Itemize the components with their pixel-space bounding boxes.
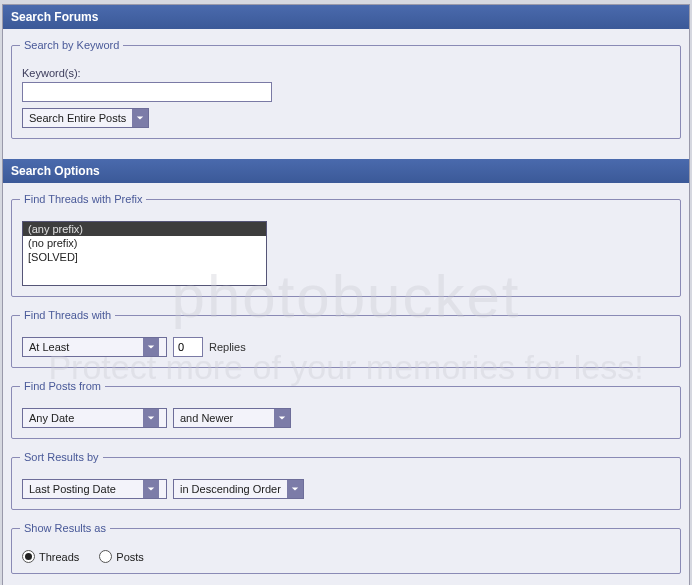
find-threads-prefix-fieldset: Find Threads with Prefix (any prefix)(no…: [11, 193, 681, 297]
keyword-label: Keyword(s):: [22, 67, 670, 79]
sort-field-value: Last Posting Date: [23, 480, 143, 498]
chevron-down-icon: [274, 409, 290, 427]
posts-from-date-select[interactable]: Any Date: [22, 408, 167, 428]
prefix-listbox[interactable]: (any prefix)(no prefix)[SOLVED]: [22, 221, 267, 286]
prefix-option[interactable]: (any prefix): [23, 222, 266, 236]
prefix-option[interactable]: [SOLVED]: [23, 250, 266, 264]
prefix-option[interactable]: (no prefix): [23, 236, 266, 250]
replies-mode-select[interactable]: At Least: [22, 337, 167, 357]
radio-icon: [22, 550, 35, 563]
radio-icon: [99, 550, 112, 563]
show-as-posts-radio[interactable]: Posts: [99, 550, 144, 563]
chevron-down-icon: [143, 409, 159, 427]
find-threads-replies-legend: Find Threads with: [20, 309, 115, 321]
chevron-down-icon: [132, 109, 148, 127]
show-results-as-legend: Show Results as: [20, 522, 110, 534]
search-by-keyword-fieldset: Search by Keyword Keyword(s): Search Ent…: [11, 39, 681, 139]
posts-from-date-value: Any Date: [23, 409, 143, 427]
posts-from-direction-value: and Newer: [174, 409, 274, 427]
search-scope-select[interactable]: Search Entire Posts: [22, 108, 149, 128]
search-forums-header: Search Forums: [3, 5, 689, 29]
sort-field-select[interactable]: Last Posting Date: [22, 479, 167, 499]
chevron-down-icon: [143, 480, 159, 498]
sort-results-legend: Sort Results by: [20, 451, 103, 463]
find-threads-prefix-legend: Find Threads with Prefix: [20, 193, 146, 205]
keyword-input[interactable]: [22, 82, 272, 102]
posts-label: Posts: [116, 551, 144, 563]
threads-label: Threads: [39, 551, 79, 563]
sort-order-select[interactable]: in Descending Order: [173, 479, 304, 499]
chevron-down-icon: [143, 338, 159, 356]
search-by-keyword-legend: Search by Keyword: [20, 39, 123, 51]
replies-count-input[interactable]: [173, 337, 203, 357]
search-options-header: Search Options: [3, 159, 689, 183]
sort-order-value: in Descending Order: [174, 480, 287, 498]
show-as-threads-radio[interactable]: Threads: [22, 550, 79, 563]
chevron-down-icon: [287, 480, 303, 498]
sort-results-fieldset: Sort Results by Last Posting Date in Des…: [11, 451, 681, 510]
search-scope-value: Search Entire Posts: [23, 109, 132, 127]
find-threads-replies-fieldset: Find Threads with At Least Replies: [11, 309, 681, 368]
show-results-as-fieldset: Show Results as Threads Posts: [11, 522, 681, 574]
posts-from-direction-select[interactable]: and Newer: [173, 408, 291, 428]
replies-suffix-label: Replies: [209, 341, 246, 353]
find-posts-from-legend: Find Posts from: [20, 380, 105, 392]
find-posts-from-fieldset: Find Posts from Any Date and Newer: [11, 380, 681, 439]
replies-mode-value: At Least: [23, 338, 143, 356]
